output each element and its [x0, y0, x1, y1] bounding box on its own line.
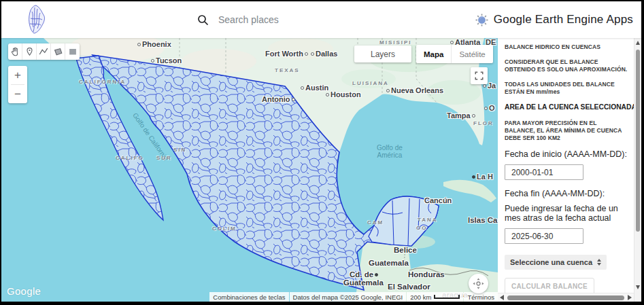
city-marker-icon [472, 114, 475, 118]
pan-compass-control[interactable] [469, 274, 488, 293]
map-scale: 200 km [407, 292, 463, 302]
map-label: OO [416, 225, 427, 231]
panel-note-min-area: PARA MAYOR PRECISIÓN EN EL BALANCE, EL Á… [505, 120, 628, 142]
map-label: Guatemala [343, 279, 384, 287]
search-icon [197, 14, 209, 26]
keyboard-shortcuts-link[interactable]: Combinaciones de teclas [209, 292, 288, 302]
scroll-up-arrow-icon[interactable] [636, 41, 640, 45]
map-label: Dallas [311, 50, 337, 58]
scroll-left-arrow-icon[interactable] [500, 295, 504, 300]
end-date-label: Fecha fin (AAAA-MM-DD): [505, 189, 628, 198]
pan-arrows-icon [472, 277, 485, 290]
rectangle-icon [67, 46, 78, 57]
map-label: Tampa [447, 111, 475, 120]
map-label: La H [472, 173, 493, 181]
zoom-control: + − [8, 66, 27, 103]
map-label: Nueva Orleans [386, 86, 443, 94]
map-label: Cancún [424, 196, 452, 204]
scroll-right-arrow-icon[interactable] [628, 295, 632, 300]
map-label: O [484, 104, 495, 112]
map-label: TEXAS [275, 67, 300, 73]
select-updown-icon [597, 259, 601, 266]
hand-icon [10, 46, 20, 57]
search-box[interactable]: Search places [197, 1, 279, 38]
fullscreen-button[interactable] [471, 67, 488, 84]
gee-branding: Google Earth Engine Apps [475, 1, 633, 38]
map-label: Austin [301, 84, 328, 92]
map-data-attribution: Datos del mapa ©2025 Google, INEGI [290, 292, 407, 302]
layers-button[interactable]: Layers [354, 46, 411, 62]
map-label: Cd. de [350, 270, 378, 279]
city-marker-icon [326, 93, 329, 96]
map-label: MISISIPI [379, 39, 412, 46]
map-label: TANA [418, 217, 438, 223]
panel-note-units: TODAS LAS UNIDADES DEL BALANCE ESTÁN EN … [505, 81, 628, 96]
city-marker-icon [292, 98, 295, 101]
map-scale-text: 200 km [410, 293, 431, 301]
map-label: El Salvador [388, 283, 430, 291]
vertical-scroll-thumb[interactable] [636, 50, 640, 232]
map-type-toggle: Mapa Satélite [416, 45, 493, 63]
city-marker-icon [311, 52, 314, 56]
selected-basin-area: AREA DE LA CUENCA SELECCIONADA: N/A [505, 103, 628, 111]
map-label: Phoenix [137, 40, 171, 48]
map-label: CALIFO [116, 155, 144, 161]
city-marker-icon [483, 84, 486, 88]
earth-engine-icon [475, 14, 488, 26]
map-label: LUISIANA [352, 80, 389, 86]
city-marker-icon [375, 273, 378, 276]
start-date-input[interactable] [505, 164, 583, 180]
map-viewport[interactable]: egoPhoenixTucsonFort WorthDallasTEXASAus… [1, 38, 498, 302]
map-type-satellite-button[interactable]: Satélite [452, 45, 492, 63]
city-marker-icon [137, 43, 141, 46]
pin-icon [24, 46, 35, 57]
side-panel: BALANCE HIDRICO EN CUENCAS CONSIDERAR QU… [498, 38, 634, 302]
map-label: Fort Worth [265, 50, 308, 58]
city-marker-icon [386, 89, 390, 92]
basin-select-label: Seleccione una cuenca [510, 258, 592, 266]
map-type-map-button[interactable]: Mapa [416, 45, 452, 63]
rectangle-tool-button[interactable] [65, 43, 80, 60]
map-label: Honduras [408, 270, 445, 279]
pan-tool-button[interactable] [8, 43, 22, 60]
polygon-icon [52, 46, 63, 57]
city-marker-icon [450, 41, 454, 44]
horizontal-scroll-thumb[interactable] [507, 295, 624, 300]
map-label: CAM [367, 219, 384, 226]
polyline-icon [38, 46, 49, 57]
marker-tool-button[interactable] [22, 43, 37, 60]
map-label: Antonio [262, 95, 295, 103]
polygon-tool-button[interactable] [51, 43, 65, 60]
map-label: CALIFORNIA [79, 79, 126, 85]
map-label: FLOR [473, 120, 494, 126]
zoom-out-button[interactable]: − [8, 85, 27, 103]
horizontal-scrollbar[interactable] [498, 293, 634, 302]
map-label: Islas Ca [468, 216, 497, 224]
basin-select[interactable]: Seleccione una cuenca [505, 255, 607, 270]
map-label: Belice [394, 246, 417, 254]
terms-link[interactable]: Términos [464, 292, 498, 302]
vertical-scrollbar[interactable] [634, 38, 641, 302]
map-label: Golfo de América [377, 144, 403, 159]
map-label: Tucson [151, 56, 182, 65]
polyline-tool-button[interactable] [37, 43, 51, 60]
end-date-input[interactable] [505, 228, 583, 244]
search-placeholder[interactable]: Search places [218, 14, 279, 25]
city-marker-icon [484, 107, 488, 110]
app-title: Google Earth Engine Apps [494, 13, 633, 26]
panel-title: BALANCE HIDRICO EN CUENCAS [505, 43, 628, 51]
google-watermark: Google [7, 285, 41, 297]
map-label: SUR [156, 155, 172, 161]
scroll-down-arrow-icon[interactable] [636, 285, 640, 289]
zoom-in-button[interactable]: + [8, 66, 27, 84]
map-attribution: Combinaciones de teclas Datos del mapa ©… [209, 292, 498, 302]
map-label: Guatemala [369, 259, 409, 267]
app-window: Search places Google Earth Engine Apps [0, 0, 644, 305]
city-marker-icon [305, 52, 308, 56]
drawing-toolbar [8, 43, 80, 60]
map-label: Houston [326, 90, 361, 98]
map-labels: egoPhoenixTucsonFort WorthDallasTEXASAus… [1, 38, 498, 302]
main-area: egoPhoenixTucsonFort WorthDallasTEXASAus… [1, 38, 641, 302]
city-marker-icon [301, 86, 304, 90]
top-header: Search places Google Earth Engine Apps [1, 1, 641, 38]
